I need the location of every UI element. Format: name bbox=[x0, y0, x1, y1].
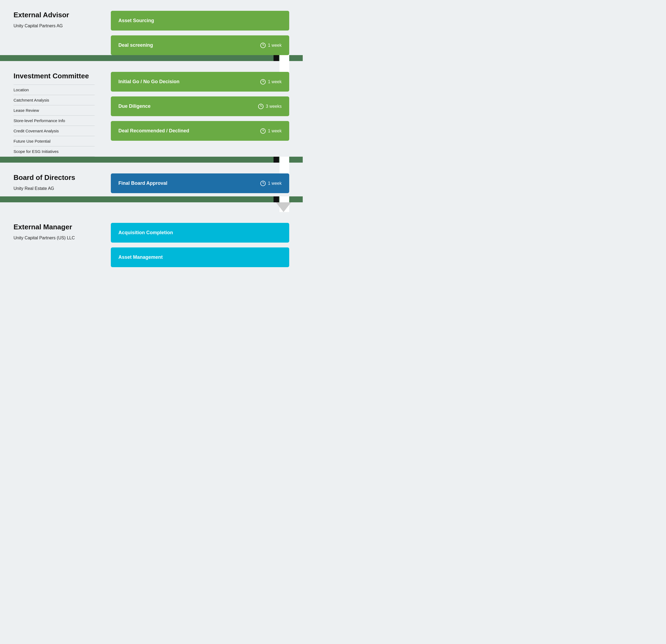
list-item-location: Location bbox=[14, 85, 94, 95]
board-of-directors-section: Board of Directors Unity Real Estate AG … bbox=[0, 163, 303, 196]
asset-sourcing-label: Asset Sourcing bbox=[118, 18, 154, 23]
board-of-directors-left: Board of Directors Unity Real Estate AG bbox=[14, 174, 94, 196]
clock-icon-deal-recommended bbox=[260, 128, 266, 134]
deal-recommended-label: Deal Recommended / Declined bbox=[118, 128, 189, 134]
initial-go-duration: 1 week bbox=[268, 79, 282, 84]
final-board-approval-time: 1 week bbox=[260, 181, 282, 186]
list-item-store-perf: Store-level Performance Info bbox=[14, 115, 94, 126]
clock-icon-initial-go bbox=[260, 79, 266, 85]
external-advisor-cards: Asset Sourcing Deal screening 1 week bbox=[111, 11, 289, 55]
board-of-directors-cards: Final Board Approval 1 week bbox=[111, 174, 289, 193]
black-square-1a bbox=[274, 55, 279, 61]
divider-2 bbox=[0, 157, 303, 163]
asset-management-card: Asset Management bbox=[111, 247, 289, 267]
initial-go-no-go-card: Initial Go / No Go Decision 1 week bbox=[111, 72, 289, 92]
list-item-future-use: Future Use Potential bbox=[14, 136, 94, 146]
deal-screening-card: Deal screening 1 week bbox=[111, 35, 289, 55]
list-item-esg: Scope for ESG Initiatives bbox=[14, 146, 94, 157]
connector-top-2 bbox=[279, 61, 289, 72]
initial-go-label: Initial Go / No Go Decision bbox=[118, 79, 179, 85]
external-manager-subtitle: Unity Capital Partners (US) LLC bbox=[14, 236, 94, 240]
due-diligence-time: 3 weeks bbox=[258, 104, 282, 109]
acquisition-completion-card: Acquisition Completion bbox=[111, 223, 289, 243]
investment-committee-list: Location Catchment Analysis Lease Review… bbox=[14, 85, 94, 157]
board-of-directors-subtitle: Unity Real Estate AG bbox=[14, 186, 94, 191]
clock-icon-final-board bbox=[260, 181, 266, 186]
due-diligence-duration: 3 weeks bbox=[266, 104, 282, 109]
clock-icon-due-diligence bbox=[258, 104, 264, 109]
due-diligence-card: Due Diligence 3 weeks bbox=[111, 96, 289, 116]
arrow-gap bbox=[0, 202, 303, 212]
external-manager-title: External Manager bbox=[14, 223, 94, 231]
black-square-3a bbox=[274, 196, 279, 202]
divider-1 bbox=[0, 55, 303, 61]
external-manager-left: External Manager Unity Capital Partners … bbox=[14, 223, 94, 246]
arrow-down-icon bbox=[276, 202, 291, 212]
asset-management-label: Asset Management bbox=[118, 254, 163, 260]
external-manager-cards: Acquisition Completion Asset Management bbox=[111, 223, 289, 267]
final-board-approval-label: Final Board Approval bbox=[118, 180, 167, 186]
deal-screening-duration: 1 week bbox=[268, 43, 282, 48]
divider-3 bbox=[0, 196, 303, 202]
connector-bottom-2 bbox=[279, 157, 289, 163]
external-advisor-section: External Advisor Unity Capital Partners … bbox=[0, 0, 303, 55]
asset-sourcing-card: Asset Sourcing bbox=[111, 11, 289, 31]
final-board-duration: 1 week bbox=[268, 181, 282, 186]
list-item-lease: Lease Review bbox=[14, 105, 94, 115]
external-advisor-title: External Advisor bbox=[14, 11, 94, 19]
connector-bottom-3 bbox=[279, 196, 289, 202]
list-item-catchment: Catchment Analysis bbox=[14, 95, 94, 105]
external-advisor-left: External Advisor Unity Capital Partners … bbox=[14, 11, 94, 34]
black-square-2a bbox=[274, 157, 279, 163]
initial-go-time: 1 week bbox=[260, 79, 282, 85]
deal-recommended-time: 1 week bbox=[260, 128, 282, 134]
deal-recommended-duration: 1 week bbox=[268, 129, 282, 133]
investment-committee-cards: Initial Go / No Go Decision 1 week Due D… bbox=[111, 72, 289, 141]
deal-recommended-card: Deal Recommended / Declined 1 week bbox=[111, 121, 289, 141]
clock-icon-deal-screening bbox=[260, 43, 266, 48]
list-item-credit: Credit Covenant Analysis bbox=[14, 126, 94, 136]
connector-1 bbox=[279, 55, 289, 61]
deal-screening-time: 1 week bbox=[260, 43, 282, 48]
due-diligence-label: Due Diligence bbox=[118, 104, 151, 109]
external-advisor-subtitle: Unity Capital Partners AG bbox=[14, 23, 94, 29]
investment-committee-left: Investment Committee Location Catchment … bbox=[14, 72, 94, 157]
external-manager-section: External Manager Unity Capital Partners … bbox=[0, 212, 303, 278]
final-board-approval-card: Final Board Approval 1 week bbox=[111, 174, 289, 193]
connector-top-3 bbox=[279, 163, 289, 174]
investment-committee-title: Investment Committee bbox=[14, 72, 94, 80]
deal-screening-label: Deal screening bbox=[118, 42, 153, 48]
investment-committee-section: Investment Committee Location Catchment … bbox=[0, 61, 303, 157]
acquisition-completion-label: Acquisition Completion bbox=[118, 230, 173, 236]
board-of-directors-title: Board of Directors bbox=[14, 174, 94, 182]
